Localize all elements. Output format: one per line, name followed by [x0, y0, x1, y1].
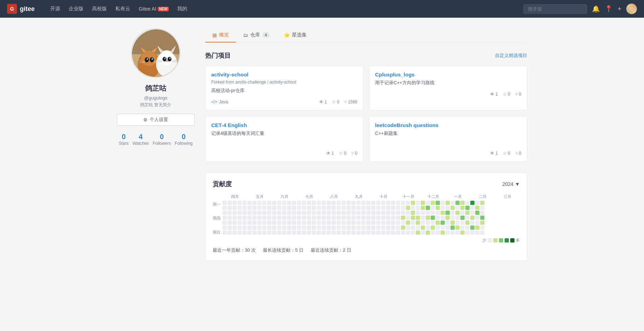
- calendar-day: [470, 226, 475, 230]
- calendar-day: [371, 226, 375, 230]
- brand-name: gitee: [20, 5, 35, 13]
- calendar-day: [267, 221, 271, 225]
- calendar-day: [450, 211, 455, 215]
- stat-following[interactable]: 0 Following: [175, 133, 193, 146]
- calendar-week: [361, 201, 366, 235]
- calendar-day: [450, 230, 455, 235]
- calendar-day: [396, 221, 400, 225]
- calendar-day: [401, 206, 405, 210]
- add-icon[interactable]: +: [617, 5, 621, 13]
- settings-button[interactable]: ⚙ 个人设置: [117, 114, 195, 126]
- customize-projects-link[interactable]: 自定义精选项目: [495, 52, 527, 59]
- calendar-day: [386, 206, 390, 210]
- calendar-day: [391, 221, 395, 225]
- tab-stars[interactable]: ⭐ 星选集: [277, 28, 314, 42]
- calendar-day: [242, 211, 247, 215]
- svg-point-31: [170, 58, 171, 59]
- day-label-sun: 周日: [213, 230, 220, 235]
- calendar-day: [381, 221, 385, 225]
- code-icon: </>: [211, 99, 217, 104]
- profile-avatar: [131, 28, 180, 78]
- calendar-day: [346, 226, 351, 230]
- calendar-day: [297, 211, 301, 215]
- calendar-day: [232, 211, 237, 215]
- calendar-day: [317, 206, 321, 210]
- calendar-week: [228, 201, 232, 235]
- project-card-cplusplus-logs[interactable]: Cplusplus_logs 用于记录C++方向的学习路线 👁 1 ☆ 0 ⑂ …: [369, 65, 527, 110]
- calendar-day: [416, 216, 420, 220]
- calendar-day: [361, 221, 366, 225]
- calendar-day: [228, 206, 232, 210]
- month-label-六月: 六月: [272, 194, 297, 199]
- calendar-day: [322, 230, 326, 235]
- calendar-day: [242, 226, 247, 230]
- project-card-leetcode-brush[interactable]: leetcodeBrush questions C++刷题集 👁 1 ☆ 0 ⑂…: [369, 116, 527, 162]
- calendar-day: [436, 226, 440, 230]
- calendar-day: [441, 201, 445, 205]
- calendar-day: [431, 230, 435, 235]
- calendar-week: [455, 201, 460, 235]
- stat-followers[interactable]: 0 Followers: [153, 133, 171, 146]
- brand-logo-link[interactable]: G gitee: [7, 4, 35, 14]
- calendar-week: [242, 201, 247, 235]
- calendar-day: [411, 230, 415, 235]
- year-selector[interactable]: 2024 ▼: [502, 181, 520, 187]
- calendar-day: [332, 221, 336, 225]
- calendar-day: [391, 230, 395, 235]
- tab-repos[interactable]: 🗂 仓库 4: [236, 28, 277, 42]
- calendar-day: [376, 226, 380, 230]
- calendar-day: [356, 201, 361, 205]
- avatar[interactable]: [626, 4, 637, 14]
- location-icon[interactable]: 📍: [605, 5, 613, 13]
- notification-icon[interactable]: 🔔: [592, 5, 600, 13]
- calendar-day: [297, 230, 301, 235]
- calendar-day: [416, 226, 420, 230]
- calendar-week: [401, 201, 405, 235]
- calendar-day: [317, 216, 321, 220]
- calendar-day: [247, 221, 252, 225]
- nav-opensource[interactable]: 开源: [47, 4, 64, 13]
- calendar-day: [247, 226, 252, 230]
- nav-enterprise[interactable]: 企业版: [65, 4, 87, 13]
- nav-university[interactable]: 高校版: [88, 4, 110, 13]
- calendar-day: [421, 211, 425, 215]
- calendar-day: [312, 201, 316, 205]
- calendar-day: [223, 230, 227, 235]
- calendar-day: [228, 211, 232, 215]
- calendar-day: [386, 221, 390, 225]
- calendar-week: [381, 201, 385, 235]
- calendar-day: [441, 230, 445, 235]
- new-badge: NEW: [158, 7, 169, 11]
- calendar-day: [371, 230, 375, 235]
- calendar-day: [327, 230, 331, 235]
- project-card-cet4-english[interactable]: CET-4 English 记录4级英语的每天词汇量 👁 1 ☆ 0 ⑂ 0: [205, 116, 363, 162]
- svg-point-15: [148, 61, 150, 62]
- nav-my[interactable]: 我的: [174, 4, 191, 13]
- calendar-day: [327, 206, 331, 210]
- watches-label: Watches: [132, 141, 149, 146]
- search-input[interactable]: [523, 4, 587, 14]
- nav-ai[interactable]: Gitee AI NEW: [135, 4, 172, 14]
- calendar-day: [287, 226, 291, 230]
- calendar-day: [381, 216, 385, 220]
- overview-icon: ▦: [212, 32, 217, 38]
- calendar-day: [445, 216, 450, 220]
- stars-icon: ⭐: [284, 32, 290, 38]
- stat-stars[interactable]: 0 Stars: [119, 133, 128, 146]
- tab-overview[interactable]: ▦ 概览: [205, 28, 236, 42]
- month-label-十二月: 十二月: [421, 194, 445, 199]
- chevron-down-icon: ▼: [515, 181, 520, 187]
- nav-private[interactable]: 私有云: [112, 4, 134, 13]
- project-card-activity-school[interactable]: activity-school Forked from anolis-chall…: [205, 65, 363, 110]
- calendar-day: [307, 216, 311, 220]
- calendar-day: [411, 221, 415, 225]
- calendar-day: [272, 206, 276, 210]
- calendar-day: [272, 211, 276, 215]
- calendar-day: [470, 206, 475, 210]
- calendar-day: [421, 221, 425, 225]
- calendar-day: [445, 201, 450, 205]
- calendar-day: [351, 216, 356, 220]
- stat-watches[interactable]: 4 Watches: [132, 133, 149, 146]
- calendar-day: [341, 211, 346, 215]
- calendar-day: [267, 226, 271, 230]
